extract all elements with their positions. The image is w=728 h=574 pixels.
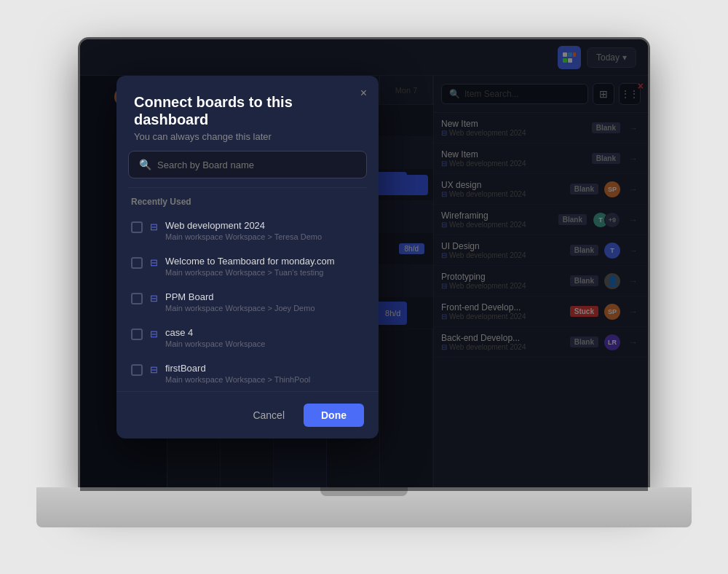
modal-item-5-path: Main workspace Workspace > ThinhPool — [165, 375, 364, 384]
modal-footer: Cancel Done — [116, 391, 379, 439]
modal-subtitle: You can always change this later — [134, 131, 361, 142]
modal-search-row: 🔍 — [116, 151, 379, 187]
modal-item-5-info: firstBoard Main workspace Workspace > Th… — [165, 363, 364, 384]
modal-item-4-board-icon: ⊟ — [150, 329, 158, 339]
modal-item-1-path: Main workspace Workspace > Teresa Demo — [165, 232, 364, 241]
modal-item-2-path: Main workspace Workspace > Tuan's testin… — [165, 268, 364, 277]
modal-item-2-board-icon: ⊟ — [150, 257, 158, 268]
modal-item-3[interactable]: ⊟ PPM Board Main workspace Workspace > J… — [122, 284, 373, 320]
modal-item-4-checkbox[interactable] — [131, 329, 143, 340]
modal-item-1-board-icon: ⊟ — [150, 221, 158, 232]
modal-search-icon: 🔍 — [139, 159, 151, 170]
modal-overlay: Connect boards to this dashboard You can… — [80, 39, 648, 491]
modal-item-1-checkbox[interactable] — [131, 221, 143, 233]
modal-item-4-path: Main workspace Workspace — [165, 339, 364, 348]
cancel-button[interactable]: Cancel — [241, 404, 296, 427]
modal-item-5-board-icon: ⊟ — [150, 364, 158, 375]
modal-search-input[interactable] — [157, 160, 356, 170]
modal-item-5-name: firstBoard — [165, 363, 364, 374]
modal-item-4-name: case 4 — [165, 327, 364, 338]
modal-item-3-checkbox[interactable] — [131, 293, 143, 304]
modal-items-list: ⊟ Web development 2024 Main workspace Wo… — [116, 213, 379, 391]
modal-item-3-name: PPM Board — [165, 291, 364, 302]
laptop-base — [36, 487, 692, 527]
modal-search-container: 🔍 — [128, 151, 367, 178]
modal-item-3-path: Main workspace Workspace > Joey Demo — [165, 304, 364, 312]
modal-item-2-checkbox[interactable] — [131, 257, 143, 269]
modal-item-2-name: Welcome to Teamboard for monday.com — [165, 256, 364, 267]
screen-content: Today ▾ SP — [80, 39, 648, 491]
modal-item-3-board-icon: ⊟ — [150, 293, 158, 304]
modal-item-1[interactable]: ⊟ Web development 2024 Main workspace Wo… — [122, 213, 373, 248]
modal-title: Connect boards to this dashboard — [134, 93, 361, 128]
modal-close-btn[interactable]: × — [360, 87, 367, 99]
modal-item-5[interactable]: ⊟ firstBoard Main workspace Workspace > … — [122, 355, 373, 391]
modal-item-5-checkbox[interactable] — [131, 364, 143, 376]
modal-section-label: Recently Used — [116, 188, 379, 213]
modal-item-4-info: case 4 Main workspace Workspace — [165, 327, 364, 348]
modal-header: Connect boards to this dashboard You can… — [116, 76, 379, 151]
screen-area: Today ▾ SP — [80, 39, 648, 491]
laptop-frame: Today ▾ SP — [36, 25, 692, 549]
connect-boards-modal: Connect boards to this dashboard You can… — [116, 76, 379, 439]
modal-item-2[interactable]: ⊟ Welcome to Teamboard for monday.com Ma… — [122, 248, 373, 284]
modal-item-4[interactable]: ⊟ case 4 Main workspace Workspace — [122, 320, 373, 355]
modal-item-1-info: Web development 2024 Main workspace Work… — [165, 220, 364, 241]
modal-item-1-name: Web development 2024 — [165, 220, 364, 231]
modal-item-2-info: Welcome to Teamboard for monday.com Main… — [165, 256, 364, 277]
modal-item-3-info: PPM Board Main workspace Workspace > Joe… — [165, 291, 364, 312]
done-button[interactable]: Done — [304, 404, 364, 427]
